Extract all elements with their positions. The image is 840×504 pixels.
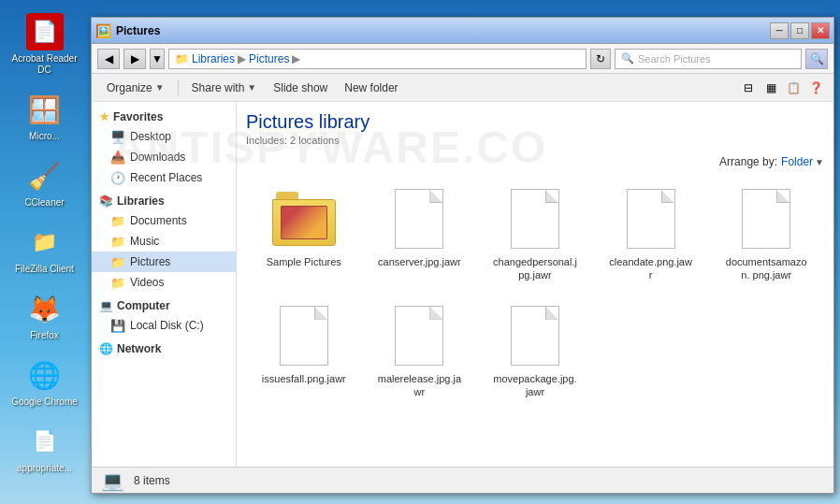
desktop-icon-firefox[interactable]: 🦊 Firefox — [5, 286, 84, 345]
documentsamazon-doc-icon — [742, 189, 790, 249]
refresh-button[interactable]: ↻ — [590, 49, 611, 69]
malerelease-label: malerelease.jpg.jawr — [377, 372, 461, 399]
search-button[interactable]: 🔍 — [805, 49, 828, 69]
sidebar-item-desktop[interactable]: 🖥️ Desktop — [92, 126, 236, 147]
toolbar: Organize ▼ Share with ▼ Slide show New f… — [92, 74, 833, 102]
documentsamazon-fold — [776, 190, 789, 203]
file-item-changedpersonal[interactable]: changedpersonal.jpg.jawr — [481, 180, 589, 289]
organize-label: Organize — [107, 81, 152, 94]
chrome-label: Google Chrome — [11, 396, 78, 408]
arrange-by-value[interactable]: Folder — [781, 155, 813, 168]
sidebar-item-music[interactable]: 📁 Music — [92, 231, 236, 252]
sidebar-item-pictures[interactable]: 📁 Pictures — [92, 252, 236, 272]
window-title: Pictures — [116, 24, 770, 37]
firefox-label: Firefox — [30, 330, 59, 341]
file1-label: appropriate... — [17, 463, 72, 474]
music-folder-icon: 📁 — [110, 234, 125, 249]
network-icon: 🌐 — [99, 342, 113, 355]
file-item-canserver[interactable]: canserver.jpg.jawr — [366, 180, 474, 289]
help-button[interactable]: ❓ — [805, 78, 826, 98]
file-item-sample-pictures[interactable]: Sample Pictures — [250, 180, 358, 289]
slide-show-button[interactable]: Slide show — [266, 79, 335, 97]
sidebar-network-label: Network — [117, 342, 161, 355]
changedpersonal-doc-body — [511, 189, 559, 249]
sidebar-libraries-label: Libraries — [117, 194, 165, 208]
sidebar-item-local-disk[interactable]: 💾 Local Disk (C:) — [92, 315, 236, 336]
sidebar-item-recent-places[interactable]: 🕐 Recent Places — [92, 167, 236, 188]
folder-body — [272, 199, 336, 246]
filezilla-icon: 📁 — [26, 223, 64, 261]
malerelease-doc-icon — [395, 306, 443, 366]
file-item-issuesfall[interactable]: issuesfall.png.jawr — [250, 296, 358, 406]
sidebar-libraries-header[interactable]: 📚 Libraries — [92, 192, 236, 210]
new-folder-button[interactable]: New folder — [337, 79, 405, 97]
sidebar-computer-header[interactable]: 💻 Computer — [92, 296, 236, 315]
search-box[interactable]: 🔍 Search Pictures — [615, 49, 802, 69]
window-icon: 🖼️ — [95, 23, 110, 38]
address-libraries: 📁 Libraries ▶ Pictures ▶ — [175, 52, 300, 65]
computer-icon: 💻 — [99, 299, 113, 312]
arrange-by-label: Arrange by: — [719, 155, 777, 168]
issuesfall-label: issuesfall.png.jawr — [262, 372, 346, 385]
libraries-icon: 📚 — [99, 194, 113, 208]
file-item-malerelease[interactable]: malerelease.jpg.jawr — [366, 296, 474, 406]
organize-button[interactable]: Organize ▼ — [99, 79, 172, 97]
microsoft-label: Micro... — [29, 131, 60, 142]
desktop-icon-chrome[interactable]: 🌐 Google Chrome — [5, 353, 84, 411]
status-computer-icon: 💻 — [101, 469, 124, 492]
sidebar-network-section: 🌐 Network — [92, 339, 236, 358]
search-icon: 🔍 — [621, 52, 634, 65]
sidebar-item-videos[interactable]: 📁 Videos — [92, 272, 236, 293]
cleandate-doc-icon — [627, 189, 675, 249]
view-details-button[interactable]: 📋 — [783, 78, 804, 98]
minimize-button[interactable]: ─ — [770, 22, 789, 39]
sidebar-item-documents[interactable]: 📁 Documents — [92, 210, 236, 231]
changedpersonal-label: changedpersonal.jpg.jawr — [493, 255, 577, 282]
arrange-chevron-icon: ▼ — [815, 157, 824, 167]
sidebar-recent-label: Recent Places — [130, 171, 202, 184]
view-extra-button[interactable]: ⊟ — [738, 78, 759, 98]
sidebar-computer-section: 💻 Computer 💾 Local Disk (C:) — [92, 296, 236, 336]
desktop-icon-acrobat[interactable]: 📄 Acrobat Reader DC — [5, 9, 84, 79]
changedpersonal-icon-container — [502, 186, 568, 252]
file-item-movepackage[interactable]: movepackage.jpg.jawr — [481, 296, 589, 406]
changedpersonal-doc-icon — [511, 189, 559, 249]
sidebar-pictures-label: Pictures — [130, 255, 170, 268]
address-path[interactable]: 📁 Libraries ▶ Pictures ▶ — [168, 49, 587, 69]
back-button[interactable]: ◀ — [97, 49, 120, 69]
close-button[interactable]: ✕ — [811, 22, 830, 39]
microsoft-icon: 🪟 — [26, 91, 64, 128]
title-bar: 🖼️ Pictures ─ □ ✕ — [92, 18, 833, 44]
local-disk-icon: 💾 — [110, 318, 125, 333]
desktop-folder-icon: 🖥️ — [110, 129, 125, 144]
forward-button[interactable]: ▶ — [123, 49, 146, 69]
changedpersonal-fold — [545, 190, 558, 203]
sidebar-item-downloads[interactable]: 📥 Downloads — [92, 147, 236, 167]
sidebar-documents-label: Documents — [130, 214, 187, 227]
issuesfall-doc-body — [280, 306, 328, 366]
file-item-cleandate[interactable]: cleandate.png.jawr — [597, 180, 705, 289]
view-icons-button[interactable]: ▦ — [760, 78, 781, 98]
malerelease-doc-body — [395, 306, 443, 366]
sidebar-desktop-label: Desktop — [130, 130, 171, 143]
sidebar-network-header[interactable]: 🌐 Network — [92, 339, 236, 358]
desktop-icon-ccleaner[interactable]: 🧹 CCleaner — [5, 153, 84, 212]
status-item-count: 8 items — [134, 474, 170, 487]
desktop-icon-filezilla[interactable]: 📁 FileZilla Client — [5, 220, 84, 279]
desktop-icon-file1[interactable]: 📄 appropriate... — [5, 419, 84, 478]
sidebar-local-disk-label: Local Disk (C:) — [130, 319, 204, 332]
recent-locations-button[interactable]: ▼ — [150, 49, 165, 69]
share-with-button[interactable]: Share with ▼ — [184, 79, 265, 97]
movepackage-label: movepackage.jpg.jawr — [493, 372, 577, 399]
canserver-label: canserver.jpg.jawr — [378, 255, 461, 268]
issuesfall-doc-icon — [280, 306, 328, 366]
library-title: Pictures library — [246, 111, 824, 133]
sidebar-videos-label: Videos — [130, 276, 164, 289]
maximize-button[interactable]: □ — [790, 22, 809, 39]
desktop-icon-microsoft[interactable]: 🪟 Micro... — [5, 87, 84, 146]
file-item-documentsamazon[interactable]: documentsamazon. png.jawr — [712, 180, 820, 289]
sidebar-favorites-header[interactable]: ★ Favorites — [92, 108, 236, 126]
pictures-folder-icon: 📁 — [110, 254, 125, 269]
sidebar: ★ Favorites 🖥️ Desktop 📥 Downloads 🕐 Rec… — [92, 102, 237, 467]
canserver-fold — [429, 190, 442, 203]
